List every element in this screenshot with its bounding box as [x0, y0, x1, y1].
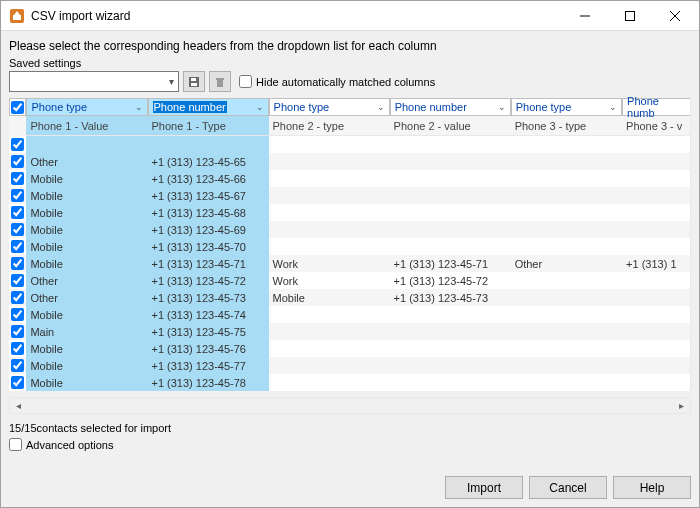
row-checkbox[interactable]	[11, 325, 24, 338]
column-mapping-4[interactable]: Phone number⌄	[390, 98, 511, 116]
column-mapping-1[interactable]: Phone type⌄	[26, 98, 147, 116]
cell	[390, 153, 511, 170]
cell: Mobile	[26, 255, 147, 272]
cell: Other	[26, 289, 147, 306]
select-all-checkbox[interactable]	[11, 101, 24, 114]
row-checkbox[interactable]	[11, 189, 24, 202]
cell: Mobile	[26, 187, 147, 204]
cell	[269, 153, 390, 170]
cell: +1 (313) 123-45-71	[147, 255, 268, 272]
cell: +1 (313) 123-45-72	[390, 272, 511, 289]
column-mapping-2[interactable]: Phone number⌄	[148, 98, 269, 116]
chevron-down-icon: ⌄	[609, 102, 617, 112]
app-icon	[9, 8, 25, 24]
table-row	[9, 136, 690, 153]
cell	[622, 136, 690, 153]
cell: +1 (313) 123-45-77	[147, 357, 268, 374]
mapping-grid: Phone type⌄ Phone number⌄ Phone type⌄ Ph…	[9, 98, 691, 391]
cell: +1 (313) 1	[622, 255, 690, 272]
cell: Mobile	[26, 357, 147, 374]
saved-settings-combo[interactable]: ▾	[9, 71, 179, 92]
cell	[622, 187, 690, 204]
source-header-4: Phone 2 - value	[390, 116, 511, 136]
row-checkbox[interactable]	[11, 291, 24, 304]
cell: +1 (313) 123-45-69	[147, 221, 268, 238]
cell	[390, 170, 511, 187]
chevron-down-icon: ⌄	[256, 102, 264, 112]
cell	[390, 357, 511, 374]
cell	[511, 187, 622, 204]
cancel-button[interactable]: Cancel	[529, 476, 607, 499]
table-row: Mobile+1 (313) 123-45-70	[9, 238, 690, 255]
delete-settings-button[interactable]	[209, 71, 231, 92]
cell	[511, 340, 622, 357]
saved-settings-label: Saved settings	[9, 57, 691, 69]
table-row: Mobile+1 (313) 123-45-78	[9, 374, 690, 391]
advanced-options-wrap[interactable]: Advanced options	[1, 438, 699, 459]
cell: +1 (313) 123-45-71	[390, 255, 511, 272]
cell: +1 (313) 123-45-66	[147, 170, 268, 187]
cell	[511, 323, 622, 340]
import-button[interactable]: Import	[445, 476, 523, 499]
cell: Work	[269, 272, 390, 289]
row-checkbox[interactable]	[11, 257, 24, 270]
save-settings-button[interactable]	[183, 71, 205, 92]
cell	[511, 374, 622, 391]
hide-matched-checkbox[interactable]	[239, 75, 252, 88]
row-checkbox[interactable]	[11, 172, 24, 185]
maximize-button[interactable]	[607, 1, 652, 30]
cell	[269, 187, 390, 204]
source-header-2: Phone 1 - Type	[147, 116, 268, 136]
scroll-left-icon[interactable]: ◂	[10, 398, 27, 413]
row-checkbox[interactable]	[11, 240, 24, 253]
cell: Mobile	[26, 306, 147, 323]
cell	[511, 272, 622, 289]
mapping-header-row: Phone type⌄ Phone number⌄ Phone type⌄ Ph…	[9, 98, 690, 116]
cell: +1 (313) 123-45-76	[147, 340, 268, 357]
cell: +1 (313) 123-45-78	[147, 374, 268, 391]
cell	[622, 238, 690, 255]
hide-matched-checkbox-wrap[interactable]: Hide automatically matched columns	[239, 75, 435, 88]
table-row: Mobile+1 (313) 123-45-71Work+1 (313) 123…	[9, 255, 690, 272]
minimize-button[interactable]	[562, 1, 607, 30]
row-checkbox[interactable]	[11, 223, 24, 236]
table-row: Other+1 (313) 123-45-65	[9, 153, 690, 170]
row-checkbox[interactable]	[11, 206, 24, 219]
row-checkbox[interactable]	[11, 376, 24, 389]
cell	[622, 170, 690, 187]
cell	[390, 187, 511, 204]
cell	[26, 136, 147, 153]
svg-rect-9	[217, 80, 223, 87]
column-mapping-6[interactable]: Phone numb	[622, 98, 690, 116]
cell: Other	[26, 272, 147, 289]
scroll-right-icon[interactable]: ▸	[673, 398, 690, 413]
table-row: Mobile+1 (313) 123-45-76	[9, 340, 690, 357]
cell	[511, 136, 622, 153]
cell	[622, 357, 690, 374]
cell: +1 (313) 123-45-75	[147, 323, 268, 340]
row-checkbox[interactable]	[11, 359, 24, 372]
row-checkbox[interactable]	[11, 138, 24, 151]
row-checkbox[interactable]	[11, 308, 24, 321]
help-button[interactable]: Help	[613, 476, 691, 499]
csv-import-wizard-window: CSV import wizard Please select the corr…	[0, 0, 700, 508]
cell: +1 (313) 123-45-73	[147, 289, 268, 306]
row-checkbox[interactable]	[11, 342, 24, 355]
cell	[390, 340, 511, 357]
column-mapping-5[interactable]: Phone type⌄	[511, 98, 622, 116]
window-controls	[562, 1, 697, 30]
cell	[390, 374, 511, 391]
cell: Mobile	[26, 238, 147, 255]
cell: Other	[511, 255, 622, 272]
row-checkbox[interactable]	[11, 274, 24, 287]
row-checkbox[interactable]	[11, 155, 24, 168]
advanced-options-checkbox[interactable]	[9, 438, 22, 451]
cell	[269, 136, 390, 153]
cell	[511, 221, 622, 238]
column-mapping-3[interactable]: Phone type⌄	[269, 98, 390, 116]
close-button[interactable]	[652, 1, 697, 30]
svg-rect-3	[625, 11, 634, 20]
cell	[390, 204, 511, 221]
horizontal-scrollbar[interactable]: ◂ ▸	[9, 397, 691, 414]
cell	[147, 136, 268, 153]
